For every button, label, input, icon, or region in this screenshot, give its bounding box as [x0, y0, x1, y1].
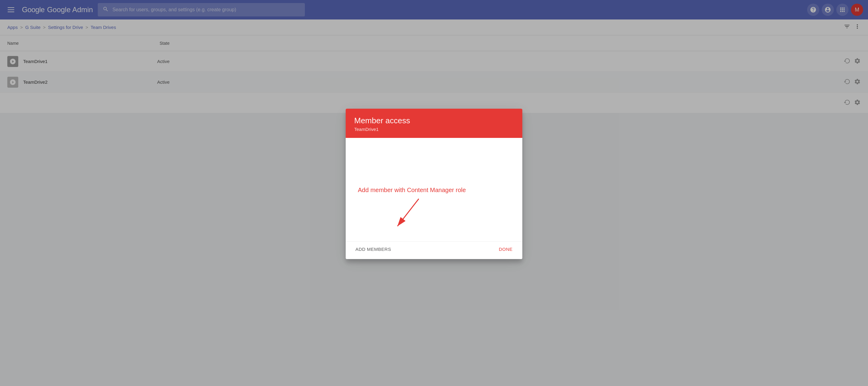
annotation-text: Add member with Content Manager role: [358, 187, 522, 194]
annotation: Add member with Content Manager role: [352, 187, 516, 194]
annotation-arrow: [388, 196, 449, 232]
dialog-body: Add member with Content Manager role: [346, 138, 522, 242]
dialog-footer: ADD MEMBERS DONE: [346, 242, 522, 259]
dialog-title: Member access: [354, 116, 514, 125]
add-members-button[interactable]: ADD MEMBERS: [352, 244, 395, 254]
member-access-dialog: Member access TeamDrive1 Add member with…: [346, 109, 522, 259]
dialog-subtitle: TeamDrive1: [354, 127, 514, 132]
done-button[interactable]: DONE: [495, 244, 516, 254]
dialog-header: Member access TeamDrive1: [346, 109, 522, 138]
svg-line-1: [398, 199, 419, 226]
modal-overlay[interactable]: Member access TeamDrive1 Add member with…: [0, 0, 868, 386]
